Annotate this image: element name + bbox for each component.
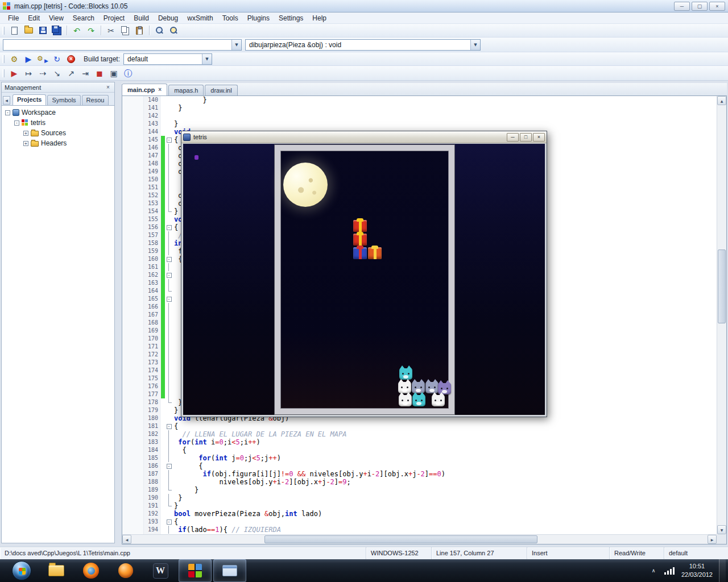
fold-marker[interactable] bbox=[165, 295, 173, 303]
tab-scroll-left-button[interactable] bbox=[3, 96, 10, 105]
fold-marker[interactable] bbox=[165, 478, 173, 486]
fold-marker[interactable] bbox=[165, 502, 173, 510]
game-maximize-button[interactable]: □ bbox=[520, 133, 532, 142]
fold-marker[interactable] bbox=[165, 319, 173, 327]
open-file-button[interactable] bbox=[22, 24, 35, 37]
taskbar-firefox[interactable] bbox=[75, 559, 107, 582]
fold-box-icon[interactable] bbox=[167, 519, 172, 525]
cut-button[interactable]: ✂ bbox=[104, 24, 118, 37]
fold-marker[interactable] bbox=[165, 160, 173, 168]
fold-marker[interactable] bbox=[165, 120, 173, 128]
management-tab-projects[interactable]: Projects bbox=[13, 94, 46, 105]
fold-marker[interactable] bbox=[165, 327, 173, 335]
code-line[interactable]: for(int j=0;j<5;j++) bbox=[173, 454, 718, 462]
scope-combobox[interactable] bbox=[3, 39, 242, 51]
replace-button[interactable] bbox=[167, 24, 180, 37]
code-line[interactable]: for(int i=0;i<5;i++) bbox=[173, 438, 718, 446]
fold-box-icon[interactable] bbox=[167, 257, 172, 262]
fold-marker[interactable] bbox=[165, 422, 173, 430]
fold-marker[interactable] bbox=[165, 470, 173, 478]
start-button[interactable] bbox=[5, 559, 38, 582]
tree-expander-icon[interactable]: - bbox=[14, 120, 19, 126]
fold-marker[interactable] bbox=[165, 383, 173, 390]
fold-marker[interactable] bbox=[165, 494, 173, 502]
menu-project[interactable]: Project bbox=[99, 13, 129, 23]
fold-marker[interactable] bbox=[165, 184, 173, 192]
fold-box-icon[interactable] bbox=[167, 464, 172, 469]
debug-info-button[interactable]: ⓘ bbox=[121, 67, 135, 80]
menu-tools[interactable]: Tools bbox=[218, 13, 243, 23]
code-line[interactable]: } bbox=[173, 120, 718, 128]
menu-plugins[interactable]: Plugins bbox=[243, 13, 274, 23]
fold-marker[interactable] bbox=[165, 136, 173, 144]
code-line[interactable]: } bbox=[173, 96, 718, 104]
fold-box-icon[interactable] bbox=[167, 297, 172, 302]
save-button[interactable] bbox=[36, 24, 49, 37]
tree-expander-icon[interactable]: - bbox=[5, 110, 10, 115]
abort-button[interactable] bbox=[64, 53, 78, 65]
scroll-down-button[interactable] bbox=[717, 525, 726, 534]
game-title-bar[interactable]: tetris ─□× bbox=[181, 131, 547, 143]
redo-button[interactable]: ↷ bbox=[84, 24, 98, 37]
fold-marker[interactable] bbox=[165, 343, 173, 351]
fold-marker[interactable] bbox=[165, 311, 173, 319]
code-line[interactable]: } bbox=[173, 494, 718, 502]
toolbar-grip[interactable] bbox=[2, 55, 5, 63]
fold-box-icon[interactable] bbox=[167, 225, 172, 230]
menu-search[interactable]: Search bbox=[68, 13, 99, 23]
scroll-left-button[interactable] bbox=[122, 535, 131, 544]
editor-tab-main.cpp[interactable]: main.cpp× bbox=[122, 84, 167, 95]
menu-settings[interactable]: Settings bbox=[274, 13, 308, 23]
fold-marker[interactable] bbox=[165, 335, 173, 343]
fold-box-icon[interactable] bbox=[167, 424, 172, 429]
fold-marker[interactable] bbox=[165, 176, 173, 184]
menu-file[interactable]: File bbox=[3, 13, 23, 23]
horizontal-scroll-thumb[interactable] bbox=[264, 535, 537, 543]
fold-marker[interactable] bbox=[165, 359, 173, 367]
fold-marker[interactable] bbox=[165, 438, 173, 446]
fold-marker[interactable] bbox=[165, 303, 173, 311]
fold-marker[interactable] bbox=[165, 414, 173, 422]
stop-debugger-button[interactable]: ◼ bbox=[93, 67, 106, 80]
code-line[interactable]: } bbox=[173, 502, 718, 510]
management-tab-resou[interactable]: Resou bbox=[82, 95, 109, 105]
toolbar-grip[interactable] bbox=[2, 27, 5, 35]
fold-marker[interactable] bbox=[165, 207, 173, 215]
fold-box-icon[interactable] bbox=[167, 138, 172, 143]
run-button[interactable]: ▶ bbox=[22, 53, 35, 65]
build-target-combobox[interactable]: default bbox=[123, 53, 212, 65]
breakpoint-margin[interactable] bbox=[122, 96, 144, 534]
menu-view[interactable]: View bbox=[44, 13, 68, 23]
fold-marker[interactable] bbox=[165, 231, 173, 239]
symbol-dropdown-arrow-icon[interactable] bbox=[470, 40, 480, 50]
fold-marker[interactable] bbox=[165, 446, 173, 454]
undo-button[interactable]: ↶ bbox=[70, 24, 84, 37]
fold-marker[interactable] bbox=[165, 239, 173, 247]
fold-marker[interactable] bbox=[165, 247, 173, 255]
paste-button[interactable] bbox=[133, 24, 146, 37]
restore-button[interactable]: ▢ bbox=[692, 2, 708, 11]
menu-edit[interactable]: Edit bbox=[23, 13, 44, 23]
taskbar-explorer[interactable] bbox=[40, 559, 73, 582]
menu-build[interactable]: Build bbox=[129, 13, 154, 23]
fold-marker[interactable] bbox=[165, 406, 173, 414]
minimize-button[interactable]: ─ bbox=[674, 2, 690, 11]
fold-marker[interactable] bbox=[165, 152, 173, 160]
fold-marker[interactable] bbox=[165, 255, 173, 263]
fold-marker[interactable] bbox=[165, 263, 173, 271]
tetris-game-window[interactable]: tetris ─□× bbox=[181, 131, 547, 417]
close-button[interactable]: × bbox=[709, 2, 725, 11]
debugging-windows-button[interactable]: ▣ bbox=[107, 67, 121, 80]
code-line[interactable]: { bbox=[173, 422, 718, 430]
fold-marker[interactable] bbox=[165, 526, 173, 534]
game-close-button[interactable]: × bbox=[533, 133, 545, 142]
save-all-button[interactable] bbox=[50, 24, 64, 37]
fold-marker[interactable] bbox=[165, 367, 173, 375]
tree-expander-icon[interactable]: + bbox=[23, 131, 28, 136]
editor-tab-draw.inl[interactable]: draw.inl bbox=[205, 85, 237, 95]
taskbar-w-app[interactable]: W bbox=[144, 559, 177, 582]
fold-marker[interactable] bbox=[165, 510, 173, 518]
fold-marker[interactable] bbox=[165, 518, 173, 526]
fold-marker[interactable] bbox=[165, 215, 173, 223]
fold-marker[interactable] bbox=[165, 192, 173, 199]
